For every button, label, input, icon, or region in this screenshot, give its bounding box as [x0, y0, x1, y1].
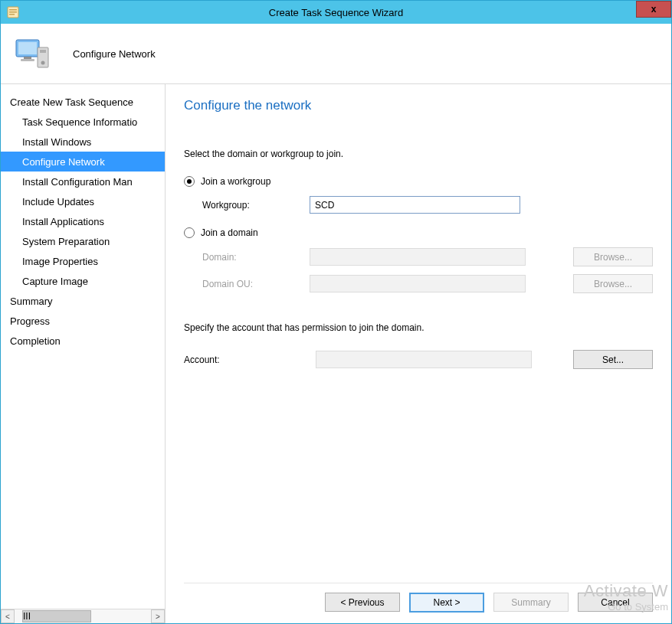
sidebar-item-include-updates[interactable]: Include Updates: [1, 191, 165, 211]
join-instruction: Select the domain or workgroup to join.: [184, 149, 653, 159]
main-panel: Configure the network Select the domain …: [166, 84, 671, 623]
sidebar-item-summary[interactable]: Summary: [1, 291, 165, 311]
svg-rect-1: [9, 9, 17, 11]
sidebar-item-image-properties[interactable]: Image Properties: [1, 251, 165, 271]
svg-rect-3: [9, 14, 15, 15]
account-input: [316, 351, 532, 368]
page-title: Configure the network: [184, 98, 653, 113]
account-label: Account:: [184, 354, 316, 365]
workgroup-label: Workgroup:: [202, 200, 310, 211]
domain-ou-label: Domain OU:: [202, 279, 310, 289]
app-icon: [7, 6, 19, 18]
workgroup-input[interactable]: [310, 196, 520, 214]
sidebar-item-install-applications[interactable]: Install Applications: [1, 211, 165, 231]
join-workgroup-radio[interactable]: [184, 176, 195, 187]
computer-monitor-icon: [15, 35, 51, 72]
svg-rect-5: [18, 42, 37, 54]
join-domain-label: Join a domain: [201, 227, 258, 238]
close-button[interactable]: x: [636, 1, 671, 18]
titlebar: Create Task Sequence Wizard x: [1, 1, 671, 24]
domain-field-row: Domain: Browse...: [184, 247, 653, 266]
domain-ou-browse-button: Browse...: [573, 274, 653, 293]
svg-rect-6: [24, 57, 31, 59]
scroll-left-button[interactable]: <: [1, 609, 15, 623]
domain-ou-field-row: Domain OU: Browse...: [184, 274, 653, 293]
join-workgroup-label: Join a workgroup: [201, 176, 270, 187]
banner: Configure Network: [1, 24, 671, 84]
configure-network-form: Select the domain or workgroup to join. …: [184, 149, 653, 583]
sidebar-item-install-windows[interactable]: Install Windows: [1, 132, 165, 152]
summary-button: Summary: [493, 593, 569, 612]
scroll-track[interactable]: III: [15, 609, 151, 623]
next-button[interactable]: Next >: [409, 593, 484, 613]
sidebar-item-configure-network[interactable]: Configure Network: [1, 152, 165, 172]
svg-rect-2: [9, 11, 17, 13]
scroll-right-button[interactable]: >: [151, 609, 165, 623]
join-domain-radio[interactable]: [184, 227, 195, 238]
sidebar-item-create-new-task-sequence[interactable]: Create New Task Sequence: [1, 92, 165, 112]
scroll-thumb[interactable]: III: [22, 610, 91, 622]
join-domain-radio-row[interactable]: Join a domain: [184, 227, 653, 238]
sidebar: Create New Task Sequence Task Sequence I…: [1, 84, 166, 623]
cancel-button[interactable]: Cancel: [578, 593, 653, 612]
svg-point-10: [41, 61, 45, 65]
svg-rect-9: [40, 50, 46, 53]
window-title: Create Task Sequence Wizard: [269, 7, 403, 18]
sidebar-item-system-preparation[interactable]: System Preparation: [1, 231, 165, 251]
body: Create New Task Sequence Task Sequence I…: [1, 84, 671, 623]
banner-title: Configure Network: [73, 48, 156, 60]
domain-ou-input: [310, 275, 526, 292]
horizontal-scrollbar[interactable]: < III >: [1, 609, 165, 623]
sidebar-item-completion[interactable]: Completion: [1, 331, 165, 351]
svg-rect-7: [21, 59, 34, 61]
sidebar-item-install-configuration-manager[interactable]: Install Configuration Man: [1, 172, 165, 191]
close-icon: x: [651, 4, 657, 15]
domain-input: [310, 248, 526, 266]
workgroup-field-row: Workgroup:: [184, 196, 653, 214]
domain-label: Domain:: [202, 252, 310, 263]
account-field-row: Account: Set...: [184, 350, 653, 369]
footer: < Previous Next > Summary Cancel: [184, 583, 653, 613]
join-workgroup-radio-row[interactable]: Join a workgroup: [184, 176, 653, 187]
wizard-window: Create Task Sequence Wizard x Configure …: [0, 0, 672, 624]
account-set-button[interactable]: Set...: [573, 350, 653, 369]
nav-tree: Create New Task Sequence Task Sequence I…: [1, 84, 165, 609]
sidebar-item-capture-image[interactable]: Capture Image: [1, 271, 165, 291]
sidebar-item-task-sequence-information[interactable]: Task Sequence Informatio: [1, 112, 165, 132]
sidebar-item-progress[interactable]: Progress: [1, 311, 165, 331]
domain-browse-button: Browse...: [573, 247, 653, 266]
previous-button[interactable]: < Previous: [325, 593, 400, 612]
account-instruction: Specify the account that has permission …: [184, 322, 653, 333]
